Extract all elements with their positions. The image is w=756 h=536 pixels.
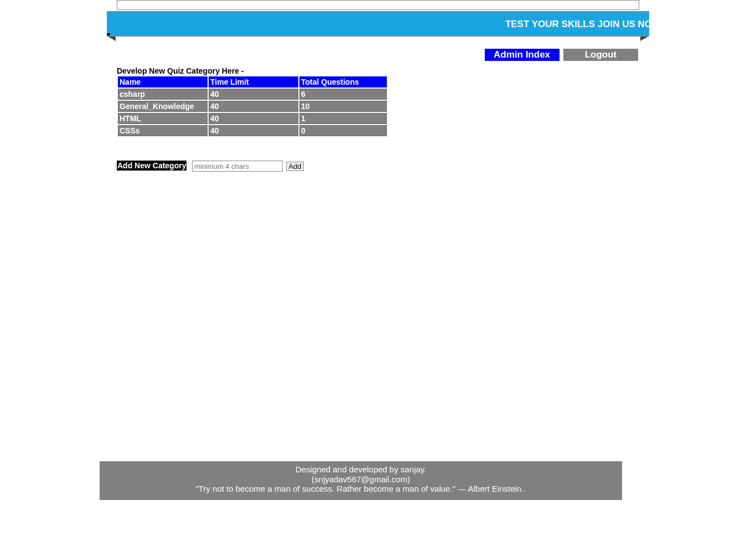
quiz-category-table: Name Time Limit Total Questions csharp 4… <box>117 75 388 137</box>
table-row: CSSs 40 0 <box>118 125 387 136</box>
add-category-label: Add New Category <box>117 161 187 171</box>
cell-total: 1 <box>299 113 387 124</box>
cell-total: 10 <box>299 101 387 112</box>
cell-total: 0 <box>299 125 387 136</box>
section-title: Develop New Quiz Category Here - <box>117 66 639 75</box>
add-category-section: Add New Category Add <box>117 161 639 172</box>
cell-time: 40 <box>209 89 298 100</box>
header-name: Name <box>118 76 208 87</box>
admin-index-button[interactable]: Admin Index <box>485 49 560 61</box>
banner-wrapper: TEST YOUR SKILLS JOIN US NO <box>107 11 649 37</box>
cell-name: General_Knowledge <box>118 101 208 112</box>
banner: TEST YOUR SKILLS JOIN US NO <box>107 11 649 37</box>
header-time-limit: Time Limit <box>209 76 298 87</box>
cell-name: csharp <box>118 89 208 100</box>
header-total-questions: Total Questions <box>299 76 387 87</box>
cell-time: 40 <box>209 101 298 112</box>
cell-total: 6 <box>299 89 387 100</box>
nav-buttons: Admin Index Logout <box>117 49 639 61</box>
add-button[interactable]: Add <box>286 162 303 171</box>
table-row: csharp 40 6 <box>118 89 387 100</box>
logout-button[interactable]: Logout <box>563 49 638 61</box>
add-category-input[interactable] <box>192 161 283 172</box>
footer-line2: (snjyadav567@gmail.com) <box>100 475 622 484</box>
cell-name: CSSs <box>118 125 208 136</box>
banner-right-decoration <box>640 37 648 41</box>
marquee-text: TEST YOUR SKILLS JOIN US NO <box>505 19 649 30</box>
table-row: HTML 40 1 <box>118 113 387 124</box>
cell-name: HTML <box>118 113 208 124</box>
footer: Designed and developed by sanjay. (snjya… <box>100 461 622 500</box>
table-row: General_Knowledge 40 10 <box>118 101 387 112</box>
footer-line3: "Try not to become a man of success. Rat… <box>100 484 622 493</box>
cell-time: 40 <box>209 113 298 124</box>
banner-left-decoration <box>108 37 116 41</box>
cell-time: 40 <box>209 125 298 136</box>
footer-line1: Designed and developed by sanjay. <box>100 465 622 474</box>
top-border-box <box>117 0 639 10</box>
